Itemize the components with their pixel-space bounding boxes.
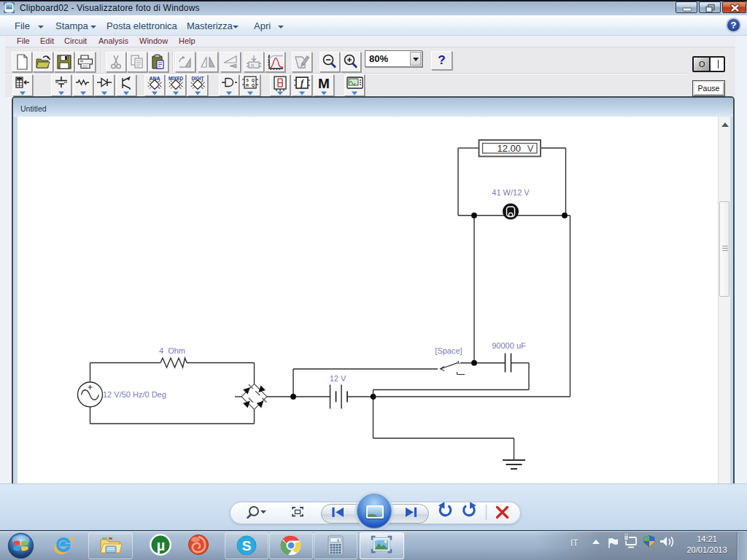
svg-text:R: R xyxy=(251,63,255,68)
svg-text:R: R xyxy=(246,83,249,88)
svg-text:Q: Q xyxy=(252,83,255,88)
svg-text:M: M xyxy=(318,76,330,91)
svg-text:0: 0 xyxy=(337,539,339,543)
svg-text:S: S xyxy=(242,538,252,553)
svg-text:µ: µ xyxy=(157,537,166,553)
svg-text:Q: Q xyxy=(252,78,255,82)
svg-text:S: S xyxy=(246,78,249,82)
